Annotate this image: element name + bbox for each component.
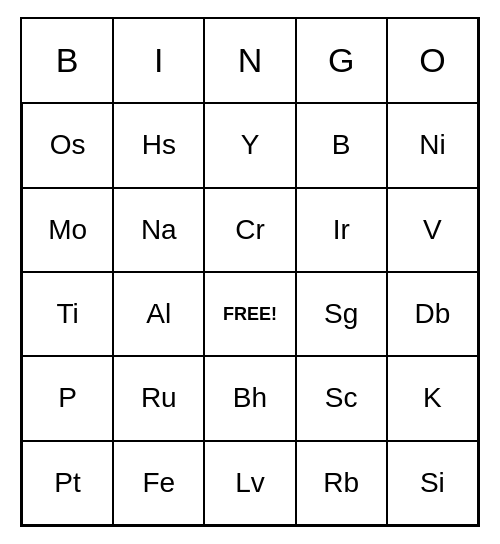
- header-i: I: [113, 19, 204, 103]
- header-g: G: [296, 19, 387, 103]
- cell-4-1: Fe: [113, 441, 204, 525]
- header-b: B: [22, 19, 113, 103]
- cell-3-3: Sc: [296, 356, 387, 440]
- cell-1-3: Ir: [296, 188, 387, 272]
- cell-2-1: Al: [113, 272, 204, 356]
- cell-1-4: V: [387, 188, 478, 272]
- cell-4-2: Lv: [204, 441, 295, 525]
- cell-4-0: Pt: [22, 441, 113, 525]
- cell-0-4: Ni: [387, 103, 478, 187]
- cell-0-0: Os: [22, 103, 113, 187]
- cell-3-0: P: [22, 356, 113, 440]
- cell-3-2: Bh: [204, 356, 295, 440]
- header-n: N: [204, 19, 295, 103]
- cell-3-1: Ru: [113, 356, 204, 440]
- cell-3-4: K: [387, 356, 478, 440]
- header-o: O: [387, 19, 478, 103]
- cell-2-4: Db: [387, 272, 478, 356]
- cell-0-3: B: [296, 103, 387, 187]
- cell-0-1: Hs: [113, 103, 204, 187]
- cell-4-3: Rb: [296, 441, 387, 525]
- cell-free: FREE!: [204, 272, 295, 356]
- bingo-card: B I N G O Os Hs Y B Ni Mo Na Cr Ir V Ti …: [20, 17, 480, 527]
- cell-4-4: Si: [387, 441, 478, 525]
- cell-1-0: Mo: [22, 188, 113, 272]
- cell-2-0: Ti: [22, 272, 113, 356]
- cell-0-2: Y: [204, 103, 295, 187]
- cell-1-1: Na: [113, 188, 204, 272]
- cell-2-3: Sg: [296, 272, 387, 356]
- cell-1-2: Cr: [204, 188, 295, 272]
